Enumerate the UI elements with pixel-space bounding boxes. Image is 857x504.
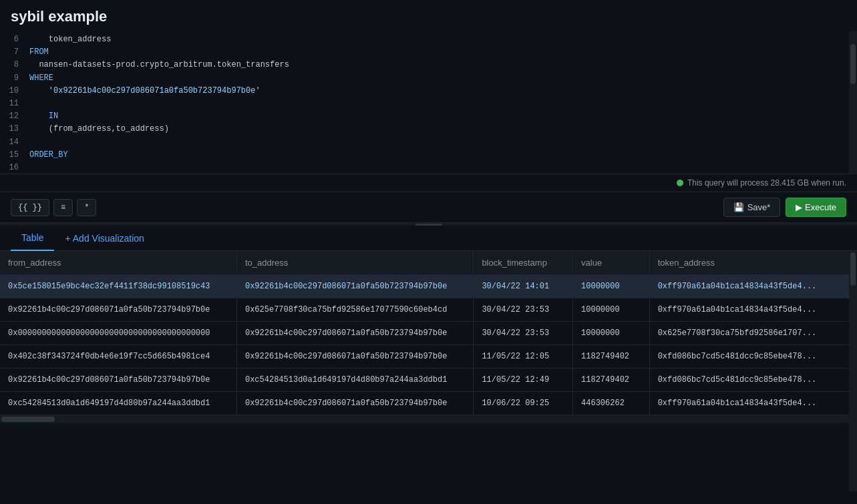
cell-value: 10000000 xyxy=(573,322,650,345)
query-info-bar: This query will process 28.415 GB when r… xyxy=(0,174,857,192)
results-table: from_addressto_addressblock_timestampval… xyxy=(0,251,857,415)
cell-block_timestamp: 30/04/22 23:53 xyxy=(474,298,573,322)
tab-table[interactable]: Table xyxy=(11,226,54,251)
cell-block_timestamp: 11/05/22 12:05 xyxy=(474,345,573,368)
table-row[interactable]: 0x00000000000000000000000000000000000000… xyxy=(0,322,857,345)
format-list-button[interactable]: ≡ xyxy=(53,199,73,216)
cell-block_timestamp: 30/04/22 23:53 xyxy=(474,322,573,345)
results-table-wrapper[interactable]: from_addressto_addressblock_timestampval… xyxy=(0,251,857,491)
line-number: 16 xyxy=(5,162,19,174)
code-line: token_address xyxy=(29,33,852,46)
cell-value: 10000000 xyxy=(573,298,650,322)
cell-token_address: 0xff970a61a04b1ca14834a43f5de4... xyxy=(649,298,856,322)
save-icon: 💾 xyxy=(733,202,744,212)
cell-to_address: 0x92261b4c00c297d086071a0fa50b723794b97b… xyxy=(236,392,473,415)
table-row[interactable]: 0x402c38f343724f0db4e6e19f7cc5d665b4981c… xyxy=(0,345,857,368)
table-scrollbar-thumb-v xyxy=(850,252,856,286)
page-title: sybil example xyxy=(0,0,857,31)
tabs-bar: Table + Add Visualization xyxy=(0,226,857,251)
line-number: 14 xyxy=(5,136,19,149)
cell-from_address: 0xc54284513d0a1d649197d4d80b97a244aa3ddb… xyxy=(0,392,236,415)
cell-from_address: 0x92261b4c00c297d086071a0fa50b723794b97b… xyxy=(0,298,236,322)
cell-block_timestamp: 30/04/22 14:01 xyxy=(474,275,573,298)
save-label: Save* xyxy=(747,202,771,212)
cell-token_address: 0xfd086bc7cd5c481dcc9c85ebe478... xyxy=(649,368,856,392)
toolbar-right: 💾 Save* ▶ Execute xyxy=(723,198,846,217)
save-button[interactable]: 💾 Save* xyxy=(723,198,781,217)
code-line: (from_address,to_address) xyxy=(29,123,852,136)
table-body: 0x5ce158015e9bc4ec32ef4411f38dc99108519c… xyxy=(0,275,857,415)
toolbar-left: {{ }} ≡ * xyxy=(11,199,96,216)
cell-from_address: 0x402c38f343724f0db4e6e19f7cc5d665b4981c… xyxy=(0,345,236,368)
line-number: 6 xyxy=(5,33,19,46)
execute-label: ▶ Execute xyxy=(796,202,836,212)
cell-value: 10000000 xyxy=(573,275,650,298)
code-line: '0x92261b4c00c297d086071a0fa50b723794b97… xyxy=(29,85,852,97)
cell-to_address: 0x92261b4c00c297d086071a0fa50b723794b97b… xyxy=(236,345,473,368)
line-number: 13 xyxy=(5,123,19,136)
cell-value: 446306262 xyxy=(573,392,650,415)
cell-block_timestamp: 10/06/22 09:25 xyxy=(474,392,573,415)
toolbar: {{ }} ≡ * 💾 Save* ▶ Execute xyxy=(0,192,857,223)
cell-to_address: 0x92261b4c00c297d086071a0fa50b723794b97b… xyxy=(236,275,473,298)
code-line: nansen-datasets-prod.crypto_arbitrum.tok… xyxy=(29,59,852,71)
line-number: 15 xyxy=(5,149,19,162)
line-number: 12 xyxy=(5,110,19,123)
cell-from_address: 0x92261b4c00c297d086071a0fa50b723794b97b… xyxy=(0,368,236,392)
cell-token_address: 0xfd086bc7cd5c481dcc9c85ebe478... xyxy=(649,345,856,368)
column-header-from_address: from_address xyxy=(0,251,236,275)
add-visualization-button[interactable]: + Add Visualization xyxy=(54,226,154,250)
code-line: IN xyxy=(29,110,852,123)
code-line: ORDER_BY xyxy=(29,149,852,162)
cell-block_timestamp: 11/05/22 12:49 xyxy=(474,368,573,392)
execute-button[interactable]: ▶ Execute xyxy=(786,198,846,217)
table-horizontal-scrollbar[interactable] xyxy=(0,415,857,423)
line-numbers: 678910111213141516 xyxy=(0,31,24,174)
code-content[interactable]: token_addressFROM nansen-datasets-prod.c… xyxy=(24,31,857,174)
column-header-to_address: to_address xyxy=(236,251,473,275)
code-line xyxy=(29,97,852,110)
query-info-message: This query will process 28.415 GB when r… xyxy=(687,178,846,188)
code-line: WHERE xyxy=(29,72,852,85)
table-scrollbar-thumb-h xyxy=(1,417,55,422)
results-container: Table + Add Visualization from_addressto… xyxy=(0,226,857,491)
line-number: 8 xyxy=(5,59,19,71)
cell-value: 1182749402 xyxy=(573,368,650,392)
cell-value: 1182749402 xyxy=(573,345,650,368)
cell-to_address: 0x92261b4c00c297d086071a0fa50b723794b97b… xyxy=(236,322,473,345)
cell-token_address: 0x625e7708f30ca75bfd92586e1707... xyxy=(649,322,856,345)
cell-token_address: 0xff970a61a04b1ca14834a43f5de4... xyxy=(649,275,856,298)
divider-handle xyxy=(415,224,442,226)
editor-vertical-scrollbar[interactable] xyxy=(849,31,857,174)
table-row[interactable]: 0x92261b4c00c297d086071a0fa50b723794b97b… xyxy=(0,368,857,392)
format-json-button[interactable]: {{ }} xyxy=(11,199,49,216)
column-header-token_address: token_address xyxy=(649,251,856,275)
code-line xyxy=(29,136,852,149)
cell-from_address: 0x5ce158015e9bc4ec32ef4411f38dc99108519c… xyxy=(0,275,236,298)
column-header-block_timestamp: block_timestamp xyxy=(474,251,573,275)
cell-to_address: 0xc54284513d0a1d649197d4d80b97a244aa3ddb… xyxy=(236,368,473,392)
table-vertical-scrollbar[interactable] xyxy=(849,251,857,491)
line-number: 11 xyxy=(5,97,19,110)
line-number: 7 xyxy=(5,46,19,59)
table-row[interactable]: 0xc54284513d0a1d649197d4d80b97a244aa3ddb… xyxy=(0,392,857,415)
line-number: 9 xyxy=(5,72,19,85)
code-editor: 678910111213141516 token_addressFROM nan… xyxy=(0,31,857,174)
cell-to_address: 0x625e7708f30ca75bfd92586e17077590c60eb4… xyxy=(236,298,473,322)
table-row[interactable]: 0x5ce158015e9bc4ec32ef4411f38dc99108519c… xyxy=(0,275,857,298)
code-line: FROM xyxy=(29,46,852,59)
table-header: from_addressto_addressblock_timestampval… xyxy=(0,251,857,275)
cell-from_address: 0x00000000000000000000000000000000000000… xyxy=(0,322,236,345)
status-dot xyxy=(677,180,683,186)
column-header-value: value xyxy=(573,251,650,275)
table-row[interactable]: 0x92261b4c00c297d086071a0fa50b723794b97b… xyxy=(0,298,857,322)
cell-token_address: 0xff970a61a04b1ca14834a43f5de4... xyxy=(649,392,856,415)
editor-scrollbar-thumb xyxy=(850,44,856,84)
query-info-text: This query will process 28.415 GB when r… xyxy=(677,178,846,188)
asterisk-button[interactable]: * xyxy=(77,199,96,216)
line-number: 10 xyxy=(5,85,19,97)
